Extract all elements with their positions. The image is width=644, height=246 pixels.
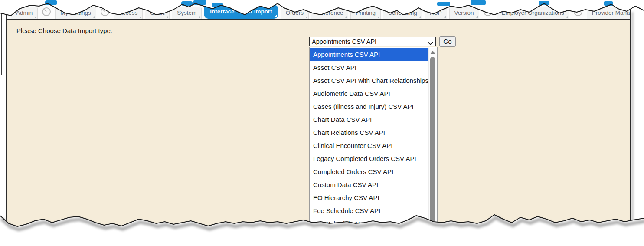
dropdown-option-selected[interactable]: Appointments CSV API: [310, 48, 429, 61]
data-import-type-dropdown-list: Appointments CSV API Asset CSV API Asset…: [309, 47, 438, 236]
tab-my-settings[interactable]: My Settings: [55, 7, 96, 19]
tab-label: Printing: [356, 10, 376, 16]
dropdown-option[interactable]: Completed Orders CSV API: [310, 165, 429, 178]
chevron-corner-icon: [377, 16, 379, 18]
tab-reference[interactable]: Reference: [311, 7, 348, 19]
dropdown-option[interactable]: Chart Data CSV API: [310, 113, 429, 126]
dropdown-option[interactable]: Cases (Illness and Injury) CSV API: [310, 100, 429, 113]
chevron-corner-icon: [476, 16, 478, 18]
tab-label: System: [177, 10, 196, 16]
dropdown-option[interactable]: Legacy Completed Orders CSV API: [310, 152, 429, 165]
tab-chart[interactable]: Chart: [145, 7, 170, 19]
select-value: Appointments CSV API: [312, 38, 376, 45]
tab-label: My Settings: [60, 10, 91, 16]
tab-label: Scheduling: [388, 10, 417, 16]
chevron-corner-icon: [444, 16, 446, 18]
tab-orders[interactable]: Orders: [281, 7, 309, 19]
dropdown-options: Appointments CSV API Asset CSV API Asset…: [310, 48, 429, 230]
go-button[interactable]: Go: [439, 36, 456, 47]
page-left-outer-edge: [1, 12, 2, 75]
dropdown-option[interactable]: EO Hierarchy CSV API: [310, 191, 429, 204]
tab-bar: Admin My Settings Access Chart System In…: [7, 2, 630, 20]
chevron-corner-icon: [93, 16, 95, 18]
tab-label: Orders: [286, 10, 304, 16]
tab-label: Provider Management: [592, 10, 630, 16]
tab-label: Version: [454, 10, 474, 16]
tab-history-3[interactable]: [481, 6, 494, 19]
clock-icon: [41, 6, 52, 16]
clock-icon: [483, 6, 493, 16]
tab-hsp[interactable]: HSP: [425, 7, 447, 19]
tab-admin[interactable]: Admin: [11, 7, 38, 19]
scrollbar-thumb[interactable]: [430, 57, 435, 232]
tab-label: Access: [119, 10, 138, 16]
tab-interface-data-import[interactable]: Interface : Data Import: [204, 5, 278, 19]
dropdown-option[interactable]: Chart Relations CSV API: [310, 126, 429, 139]
panel-left-border: [6, 3, 7, 221]
scroll-up-arrow-icon[interactable]: [430, 51, 435, 54]
chevron-corner-icon: [419, 16, 421, 18]
dropdown-option[interactable]: Custom Data CSV API: [310, 178, 429, 191]
chevron-corner-icon: [345, 16, 347, 18]
tab-label: Admin: [16, 10, 33, 16]
prompt-label: Please Choose Data Import type:: [16, 27, 112, 34]
tab-history-2[interactable]: [98, 6, 111, 19]
dropdown-scrollbar[interactable]: [428, 48, 437, 235]
chevron-corner-icon: [198, 16, 200, 18]
chevron-corner-icon: [275, 15, 277, 17]
tab-label: Interface : Data Import: [210, 8, 272, 15]
chevron-corner-icon: [139, 16, 141, 18]
chevron-corner-icon: [166, 16, 168, 18]
chevron-corner-icon: [566, 16, 568, 18]
dropdown-option[interactable]: Fee Schedule New CSV API: [310, 217, 429, 230]
tab-label: Chart: [150, 10, 164, 16]
clock-icon: [100, 6, 110, 16]
tab-scheduling[interactable]: Scheduling: [383, 7, 422, 19]
tab-system[interactable]: System: [172, 7, 202, 19]
tab-label: Employer Organizations: [502, 10, 564, 16]
tab-provider-management[interactable]: Provider Management: [587, 7, 630, 19]
dropdown-option[interactable]: Asset CSV API: [310, 61, 429, 74]
page: Admin My Settings Access Chart System In…: [0, 0, 644, 246]
panel-right-border: [630, 10, 631, 222]
dropdown-option[interactable]: Fee Schedule CSV API: [310, 204, 429, 217]
dropdown-option[interactable]: Asset CSV API with Chart Relationships: [310, 74, 429, 87]
tab-version[interactable]: Version: [449, 7, 479, 19]
tab-history-1[interactable]: [40, 6, 53, 19]
chevron-down-icon: [428, 40, 433, 47]
chevron-corner-icon: [34, 16, 36, 18]
tab-printing[interactable]: Printing: [350, 7, 381, 19]
tab-label: Reference: [316, 10, 343, 16]
dropdown-option[interactable]: Audiometric Data CSV API: [310, 87, 429, 100]
data-import-type-select[interactable]: Appointments CSV API: [309, 37, 436, 46]
dropdown-option[interactable]: Clinical Encounter CSV API: [310, 139, 429, 152]
chevron-corner-icon: [305, 16, 307, 18]
clock-icon: [573, 6, 583, 16]
tab-access[interactable]: Access: [114, 7, 143, 19]
tab-employer-organizations[interactable]: Employer Organizations: [497, 7, 569, 19]
tab-label: HSP: [430, 10, 442, 16]
tab-history-4[interactable]: [572, 6, 585, 19]
